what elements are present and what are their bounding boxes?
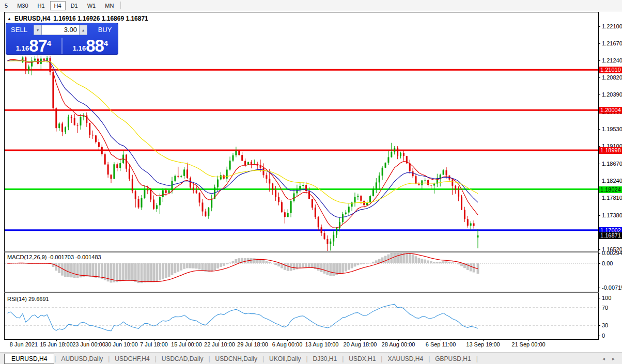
axis-tick-label: 1.17810 bbox=[602, 195, 622, 201]
rsi-axis-tick bbox=[598, 325, 600, 326]
time-tick-label: 8 Jun 2021 bbox=[10, 341, 38, 347]
price-line-badge: 1.20004 bbox=[599, 107, 622, 114]
chart-tab-eurusd[interactable]: EURUSD,H4 bbox=[4, 354, 54, 364]
chart-tab-xauusd[interactable]: XAUUSD,H4 bbox=[382, 354, 428, 363]
sell-quote[interactable]: 1.16874 bbox=[6, 37, 61, 55]
chart-tab-bar: EURUSD,H4|AUDUSD,Daily|USDCHF,H4|USDCAD,… bbox=[0, 352, 622, 364]
time-tick-label: 6 Aug 00:00 bbox=[272, 341, 303, 347]
axis-tick-mark bbox=[598, 181, 600, 181]
axis-tick-label: 1.20390 bbox=[602, 91, 622, 98]
sell-button[interactable]: SELL bbox=[6, 23, 33, 37]
chart-tab-gbpusd[interactable]: GBPUSD,H1 bbox=[430, 354, 476, 363]
rsi-axis-label: 100 bbox=[602, 295, 611, 301]
price-axis: 1.221001.216701.212401.208201.203901.199… bbox=[599, 12, 622, 340]
time-tick-label: 29 Jul 18:00 bbox=[237, 341, 268, 347]
axis-tick-label: 1.18240 bbox=[602, 178, 622, 184]
rsi-axis-label: 30 bbox=[602, 322, 608, 328]
quote-divider bbox=[61, 38, 63, 54]
time-tick-label: 13 Sep 19:00 bbox=[466, 341, 500, 347]
macd-axis-label: 0.00 bbox=[602, 260, 613, 266]
chart-tab-usdx[interactable]: USDX,H1 bbox=[344, 354, 381, 363]
volume-decrease-icon[interactable]: ▾ bbox=[34, 25, 42, 35]
axis-tick-mark bbox=[598, 77, 600, 78]
chart-tab-usdchf[interactable]: USDCHF,H4 bbox=[110, 354, 154, 363]
buy-price-prefix: 1.16 bbox=[73, 44, 86, 52]
time-tick-label: 15 Jul 00:00 bbox=[171, 341, 202, 347]
chart-title: ▲ EURUSD,H4 1.16916 1.16926 1.16869 1.16… bbox=[7, 15, 148, 22]
chart-tab-audusd[interactable]: AUDUSD,Daily bbox=[56, 354, 108, 363]
axis-tick-mark bbox=[598, 26, 600, 27]
rsi-axis-tick bbox=[598, 308, 600, 308]
price-line-badge: 1.16871 bbox=[599, 232, 622, 239]
chart-tab-usdcnh[interactable]: USDCNH,Daily bbox=[210, 354, 262, 363]
rsi-axis-tick bbox=[598, 298, 600, 298]
sell-price-prefix: 1.16 bbox=[16, 44, 29, 52]
axis-tick-mark bbox=[598, 60, 600, 61]
rsi-axis-label: 70 bbox=[602, 305, 608, 311]
axis-tick-mark bbox=[598, 198, 600, 198]
macd-axis-label: 0.002947 bbox=[602, 250, 622, 256]
volume-increase-icon[interactable]: ▴ bbox=[79, 25, 87, 35]
macd-axis-tick bbox=[598, 288, 600, 288]
axis-tick-mark bbox=[598, 129, 600, 130]
timeframe-button-m30[interactable]: M30 bbox=[13, 1, 32, 10]
chart-ohlc-values: 1.16916 1.16926 1.16869 1.16871 bbox=[53, 15, 148, 22]
chart-symbol-label: EURUSD,H4 bbox=[14, 15, 50, 22]
axis-tick-label: 1.22100 bbox=[602, 23, 622, 29]
macd-label: MACD(12,26,9) -0.001703 -0.001483 bbox=[7, 254, 101, 260]
timeframe-toolbar: 5M30H1H4D1W1MN bbox=[0, 0, 622, 11]
trade-panel-quotes: 1.16874 1.16884 bbox=[6, 37, 118, 55]
axis-tick-label: 1.18670 bbox=[602, 161, 622, 167]
price-line-badge: 1.18998 bbox=[599, 147, 622, 154]
buy-button[interactable]: BUY bbox=[91, 23, 118, 37]
sell-price-pip: 4 bbox=[47, 39, 51, 48]
axis-tick-mark bbox=[598, 164, 600, 164]
time-tick-label: 30 Jun 10:00 bbox=[105, 341, 138, 347]
tab-separator: | bbox=[476, 355, 478, 362]
tabs-scroll-right-icon[interactable]: ▸ bbox=[612, 356, 615, 361]
mt4-window: 5M30H1H4D1W1MN ▲ EURUSD,H4 1.16916 1.169… bbox=[0, 0, 622, 364]
timeframe-button-w1[interactable]: W1 bbox=[83, 1, 100, 10]
axis-tick-mark bbox=[598, 215, 600, 216]
axis-tick-label: 1.20820 bbox=[602, 74, 622, 81]
chart-tab-ukoil[interactable]: UKOil,Daily bbox=[264, 354, 306, 363]
price-line-badge: 1.21010 bbox=[599, 67, 622, 73]
timeframe-button-5[interactable]: 5 bbox=[1, 1, 12, 10]
axis-tick-label: 1.21670 bbox=[602, 40, 622, 46]
axis-tick-mark bbox=[598, 249, 600, 250]
toolbar-separator bbox=[120, 2, 121, 9]
macd-axis-tick bbox=[598, 263, 600, 264]
time-tick-label: 15 Jun 18:00 bbox=[40, 341, 73, 347]
axis-tick-label: 1.21240 bbox=[602, 57, 622, 64]
time-tick-label: 22 Jul 10:00 bbox=[204, 341, 235, 347]
trade-panel-top-row: SELL ▾ ▴ BUY bbox=[6, 23, 118, 37]
sell-price-big: 87 bbox=[29, 38, 47, 54]
timeframe-button-d1[interactable]: D1 bbox=[67, 1, 82, 10]
axis-tick-mark bbox=[598, 43, 600, 44]
time-tick-label: 13 Aug 10:00 bbox=[305, 341, 339, 347]
timeframe-button-h4[interactable]: H4 bbox=[50, 1, 66, 10]
axis-tick-mark bbox=[598, 146, 600, 147]
chart-tab-usdcad[interactable]: USDCAD,Daily bbox=[157, 354, 209, 363]
price-line-badge: 1.18024 bbox=[599, 186, 622, 193]
time-tick-label: 23 Jun 00:00 bbox=[72, 341, 105, 347]
timeframe-button-mn[interactable]: MN bbox=[101, 1, 118, 10]
rsi-label: RSI(14) 29.6691 bbox=[7, 296, 49, 302]
time-tick-label: 7 Jul 18:00 bbox=[140, 341, 168, 347]
macd-axis-tick bbox=[598, 253, 600, 254]
axis-tick-label: 1.17380 bbox=[602, 212, 622, 218]
rsi-canvas bbox=[5, 293, 598, 339]
tabs-scroll-left-icon[interactable]: ◂ bbox=[602, 356, 605, 361]
buy-price-big: 88 bbox=[86, 38, 104, 54]
window-separator[interactable] bbox=[4, 292, 599, 293]
volume-stepper: ▾ ▴ bbox=[34, 25, 87, 35]
timeframe-button-h1[interactable]: H1 bbox=[34, 1, 49, 10]
axis-tick-label: 1.19530 bbox=[602, 126, 622, 132]
volume-input[interactable] bbox=[42, 25, 79, 35]
buy-quote[interactable]: 1.16884 bbox=[63, 37, 118, 55]
collapse-panel-icon[interactable]: ▲ bbox=[7, 17, 11, 21]
axis-tick-mark bbox=[598, 94, 600, 95]
time-tick-label: 6 Sep 11:00 bbox=[426, 341, 456, 347]
tab-nav: ◂▸ bbox=[602, 356, 615, 361]
chart-tab-dj30[interactable]: DJ30,H1 bbox=[308, 354, 343, 363]
